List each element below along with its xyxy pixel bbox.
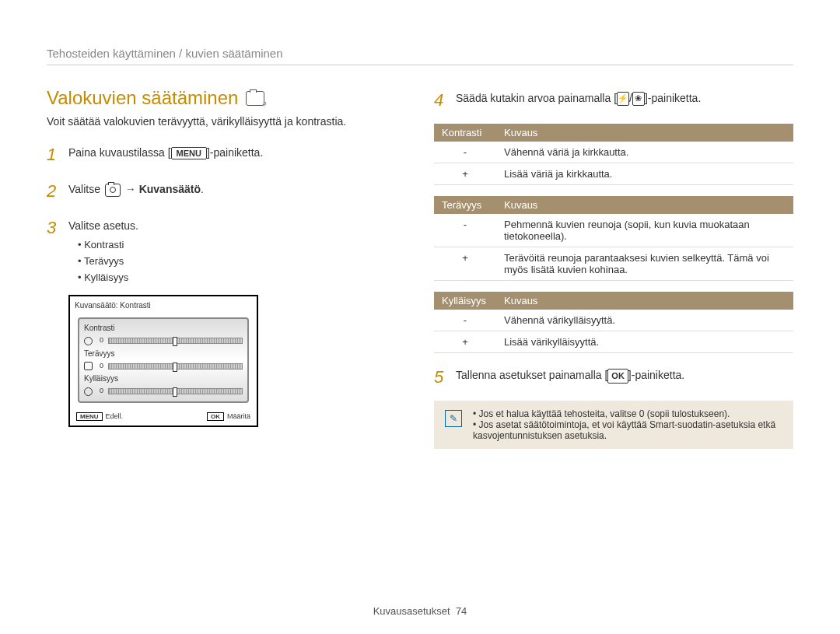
device-screenshot: Kuvansäätö: Kontrasti Kontrasti 0 Terävy… — [68, 295, 258, 427]
slider — [108, 388, 243, 394]
slider-value: 0 — [100, 386, 103, 397]
desc: Vähennä väriä ja kirkkautta. — [496, 142, 793, 163]
slider-value: 0 — [100, 335, 103, 346]
step-text: Paina kuvaustilassa [ — [68, 146, 171, 159]
step-number: 5 — [434, 364, 446, 390]
th: Kylläisyys — [434, 292, 496, 310]
page-number: 74 — [456, 605, 467, 617]
th: Kuvaus — [496, 292, 793, 310]
step-text: ]-painiketta. — [207, 146, 263, 159]
slider-label: Terävyys — [84, 348, 243, 359]
note-item: Jos asetat säätötoimintoja, et voi käytt… — [473, 419, 782, 441]
step-text: ]-painiketta. — [628, 369, 684, 381]
screenshot-title: Kuvansäätö: Kontrasti — [70, 296, 257, 314]
flash-icon: ⚡ — [617, 92, 629, 106]
step-1: 1 Paina kuvaustilassa [MENU]-painiketta. — [47, 142, 406, 167]
desc: Lisää värikylläisyyttä. — [496, 331, 793, 353]
page-title: Valokuvien säätäminen — [47, 87, 238, 109]
macro-icon: ❀ — [632, 92, 645, 106]
slider — [108, 363, 243, 370]
slider-value: 0 — [100, 361, 103, 372]
symbol: + — [434, 331, 496, 353]
ok-button-icon: OK — [607, 369, 628, 384]
contrast-icon — [84, 337, 93, 345]
step-number: 1 — [47, 142, 59, 167]
left-column: Valokuvien säätäminen p Voit säätää valo… — [47, 87, 406, 449]
step-number: 3 — [47, 215, 59, 427]
step-text: Valitse — [68, 183, 103, 195]
info-icon: ✎ — [445, 410, 462, 427]
step-5: 5 Tallenna asetukset painamalla [OK]-pai… — [434, 364, 793, 390]
sharpness-table: TerävyysKuvaus -Pehmennä kuvien reunoja … — [434, 196, 793, 281]
arrow: → — [122, 183, 139, 195]
step-number: 2 — [47, 178, 59, 204]
desc: Vähennä värikylläisyyttä. — [496, 310, 793, 331]
slider — [108, 338, 243, 344]
symbol: - — [434, 214, 496, 247]
step-text: ]-painiketta. — [645, 92, 701, 104]
symbol: + — [434, 247, 496, 281]
section-header: Tehosteiden käyttäminen / kuvien säätämi… — [47, 47, 793, 65]
note-box: ✎ Jos et halua käyttää tehosteita, valit… — [434, 401, 793, 449]
slider-panel: Kontrasti 0 Terävyys 0 — [78, 317, 249, 403]
saturation-table: KylläisyysKuvaus -Vähennä värikylläisyyt… — [434, 292, 793, 353]
back-label: Edell. — [106, 412, 124, 420]
step-2: 2 Valitse → Kuvansäätö. — [47, 178, 406, 204]
camera-mode-icon: p — [246, 91, 264, 106]
list-item: Kontrasti — [78, 237, 258, 254]
intro-text: Voit säätää valokuvien terävyyttä, värik… — [47, 115, 406, 128]
step-text: . — [201, 183, 204, 195]
step-3: 3 Valitse asetus. Kontrasti Terävyys Kyl… — [47, 215, 406, 427]
list-item: Terävyys — [78, 254, 258, 270]
step-number: 4 — [434, 87, 446, 113]
step-bold: Kuvansäätö — [139, 183, 201, 195]
slider-label: Kylläisyys — [84, 373, 243, 384]
footer-label: Kuvausasetukset — [373, 605, 450, 617]
camera-icon — [105, 184, 121, 197]
menu-button-icon: MENU — [171, 147, 207, 159]
step-4: 4 Säädä kutakin arvoa painamalla [⚡/❀]-p… — [434, 87, 793, 113]
ok-button-icon: OK — [207, 412, 224, 421]
right-column: 4 Säädä kutakin arvoa painamalla [⚡/❀]-p… — [434, 87, 793, 449]
th: Terävyys — [434, 196, 496, 214]
symbol: + — [434, 163, 496, 185]
menu-button-icon: MENU — [76, 412, 103, 421]
step-text: Valitse asetus. — [68, 219, 138, 232]
option-list: Kontrasti Terävyys Kylläisyys — [68, 237, 258, 285]
th: Kuvaus — [496, 124, 793, 142]
ok-label: Määritä — [227, 412, 250, 420]
page-footer: Kuvausasetukset 74 — [0, 605, 840, 617]
note-item: Jos et halua käyttää tehosteita, valitse… — [473, 408, 782, 419]
symbol: - — [434, 142, 496, 163]
saturation-icon — [84, 387, 93, 396]
symbol: - — [434, 310, 496, 331]
th: Kontrasti — [434, 124, 496, 142]
step-text: Säädä kutakin arvoa painamalla [ — [456, 92, 617, 104]
th: Kuvaus — [496, 196, 793, 214]
step-text: Tallenna asetukset painamalla [ — [456, 369, 607, 381]
slider-label: Kontrasti — [84, 322, 243, 334]
sharpness-icon — [84, 362, 93, 370]
contrast-table: KontrastiKuvaus -Vähennä väriä ja kirkka… — [434, 124, 793, 185]
desc: Lisää väriä ja kirkkautta. — [496, 163, 793, 185]
desc: Terävöitä reunoja parantaaksesi kuvien s… — [496, 247, 793, 281]
list-item: Kylläisyys — [78, 270, 258, 286]
desc: Pehmennä kuvien reunoja (sopii, kun kuvi… — [496, 214, 793, 247]
